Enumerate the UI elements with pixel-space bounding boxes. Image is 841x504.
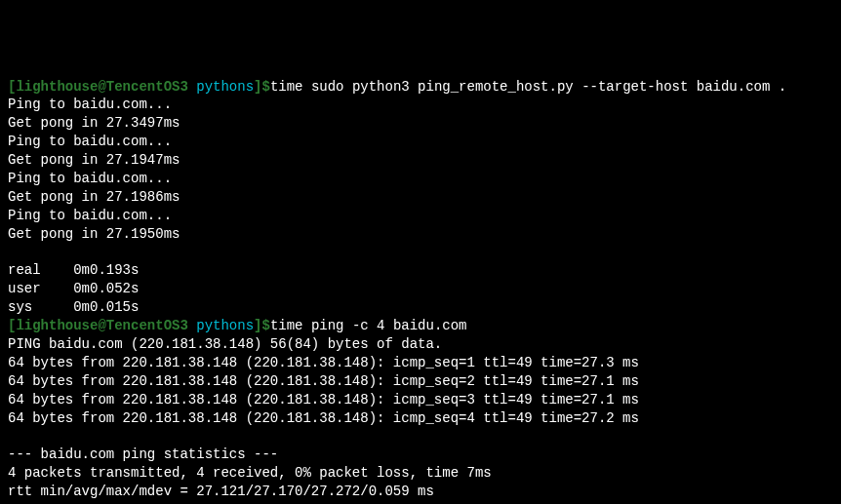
output2-line-1: 64 bytes from 220.181.38.148 (220.181.38… [8,354,833,372]
output1-line-3: Get pong in 27.1947ms [8,151,833,170]
prompt-user-host: lighthouse@TencentOS3 [16,318,196,333]
output1-line-2: Ping to baidu.com... [8,133,833,151]
output2-line-7: 4 packets transmitted, 4 received, 0% pa… [8,464,833,483]
prompt-line-2: [lighthouse@TencentOS3 pythons]$time pin… [8,317,833,335]
output2-line-6: --- baidu.com ping statistics --- [8,446,833,464]
prompt-line-1: [lighthouse@TencentOS3 pythons]$time sud… [8,78,833,97]
output1-line-6: Ping to baidu.com... [8,207,833,225]
output1-line-0: Ping to baidu.com... [8,96,833,114]
output1-line-9: real 0m0.193s [8,261,833,280]
output1-line-11: sys 0m0.015s [8,298,833,317]
command-text: time ping -c 4 baidu.com [270,318,467,333]
output1-line-8 [8,244,833,262]
prompt-user-host: lighthouse@TencentOS3 [16,79,196,95]
output2-line-4: 64 bytes from 220.181.38.148 (220.181.38… [8,409,833,428]
output2-line-5 [8,427,833,446]
prompt-bracket-close: ]$ [254,79,270,95]
output2-line-0: PING baidu.com (220.181.38.148) 56(84) b… [8,335,833,354]
output1-line-4: Ping to baidu.com... [8,170,833,188]
command-text: time sudo python3 ping_remote_host.py --… [270,79,786,95]
output2-line-2: 64 bytes from 220.181.38.148 (220.181.38… [8,372,833,391]
output2-line-8: rtt min/avg/max/mdev = 27.121/27.170/27.… [8,483,833,501]
terminal-output[interactable]: [lighthouse@TencentOS3 pythons]$time sud… [8,78,833,504]
prompt-path: pythons [196,318,254,333]
output1-line-7: Get pong in 27.1950ms [8,225,833,244]
output1-line-5: Get pong in 27.1986ms [8,188,833,207]
prompt-path: pythons [196,79,254,95]
prompt-bracket-close: ]$ [254,318,270,333]
output1-line-1: Get pong in 27.3497ms [8,114,833,133]
output2-line-3: 64 bytes from 220.181.38.148 (220.181.38… [8,391,833,409]
output1-line-10: user 0m0.052s [8,280,833,298]
